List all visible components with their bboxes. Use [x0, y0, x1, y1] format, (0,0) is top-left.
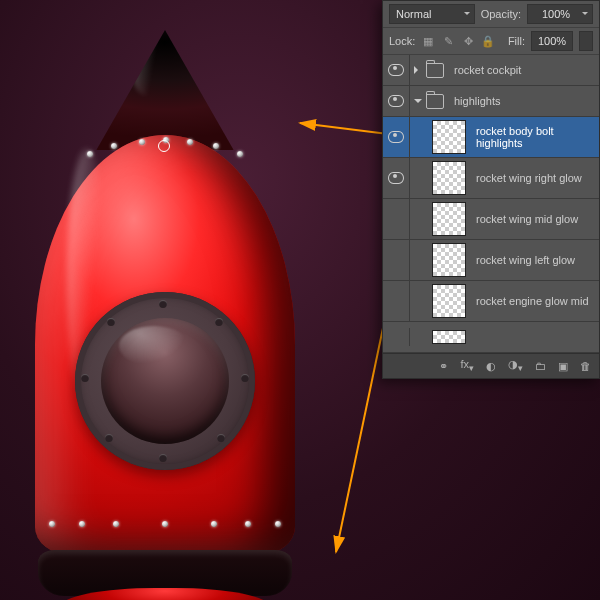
- folder-icon: [426, 94, 444, 109]
- layer-label: rocket body bolt highlights: [470, 125, 595, 149]
- rivet-row-bottom: [35, 521, 295, 545]
- fill-label: Fill:: [508, 35, 525, 47]
- layers-panel: Normal Opacity: 100% Lock: ▦ ✎ ✥ 🔒 Fill:…: [382, 0, 600, 379]
- delete-layer-icon[interactable]: 🗑: [580, 360, 591, 372]
- lock-all-icon[interactable]: 🔒: [481, 34, 495, 48]
- disclosure-down-icon[interactable]: [414, 99, 422, 107]
- visibility-toggle[interactable]: [383, 117, 410, 157]
- visibility-toggle[interactable]: [383, 328, 410, 346]
- layer-row[interactable]: rocket wing right glow: [383, 158, 599, 199]
- layer-row[interactable]: rocket wing mid glow: [383, 199, 599, 240]
- lock-transparency-icon[interactable]: ▦: [421, 34, 435, 48]
- rocket-nose: [87, 30, 243, 150]
- new-group-icon[interactable]: 🗀: [535, 360, 546, 372]
- rocket-porthole: [75, 292, 255, 470]
- visibility-toggle[interactable]: [383, 55, 410, 85]
- layer-label: rocket wing left glow: [470, 254, 595, 266]
- layers-panel-footer: ⚭ fx▾ ◐ ◑▾ 🗀 ▣ 🗑: [383, 353, 599, 378]
- brush-cursor: [158, 140, 170, 152]
- layer-label: rocket wing right glow: [470, 172, 595, 184]
- eye-icon: [388, 95, 404, 107]
- fill-value-input[interactable]: 100%: [531, 31, 573, 51]
- lock-pixels-icon[interactable]: ✎: [441, 34, 455, 48]
- group-label: rocket cockpit: [448, 64, 595, 76]
- layer-thumbnail[interactable]: [432, 243, 466, 277]
- layer-row-partial[interactable]: [383, 322, 599, 353]
- blend-opacity-row: Normal Opacity: 100%: [383, 1, 599, 28]
- lock-label: Lock:: [389, 35, 415, 47]
- layer-group-highlights[interactable]: highlights: [383, 86, 599, 117]
- new-layer-icon[interactable]: ▣: [558, 360, 568, 373]
- link-layers-icon[interactable]: ⚭: [439, 360, 448, 373]
- lock-position-icon[interactable]: ✥: [461, 34, 475, 48]
- visibility-toggle[interactable]: [383, 158, 410, 198]
- layer-group-cockpit[interactable]: rocket cockpit: [383, 55, 599, 86]
- layer-thumbnail[interactable]: [432, 284, 466, 318]
- group-label: highlights: [448, 95, 595, 107]
- eye-icon: [388, 131, 404, 143]
- opacity-value[interactable]: 100%: [527, 4, 593, 24]
- visibility-toggle[interactable]: [383, 86, 410, 116]
- layer-label: rocket engine glow mid: [470, 295, 595, 307]
- layer-row[interactable]: rocket wing left glow: [383, 240, 599, 281]
- lock-fill-row: Lock: ▦ ✎ ✥ 🔒 Fill: 100%: [383, 28, 599, 55]
- eye-icon: [388, 172, 404, 184]
- folder-icon: [426, 63, 444, 78]
- blend-mode-select[interactable]: Normal: [389, 4, 475, 24]
- layer-thumbnail[interactable]: [432, 330, 466, 344]
- opacity-label: Opacity:: [481, 8, 521, 20]
- fill-stepper[interactable]: [579, 31, 593, 51]
- layer-thumbnail[interactable]: [432, 161, 466, 195]
- canvas-rocket-illustration: [25, 30, 305, 600]
- disclosure-right-icon[interactable]: [414, 66, 422, 74]
- visibility-toggle[interactable]: [383, 199, 410, 239]
- visibility-toggle[interactable]: [383, 281, 410, 321]
- layer-label: rocket wing mid glow: [470, 213, 595, 225]
- eye-icon: [388, 64, 404, 76]
- layer-row[interactable]: rocket engine glow mid: [383, 281, 599, 322]
- layer-row-selected[interactable]: rocket body bolt highlights: [383, 117, 599, 158]
- adjustment-layer-icon[interactable]: ◑▾: [508, 358, 523, 373]
- visibility-toggle[interactable]: [383, 240, 410, 280]
- layer-thumbnail[interactable]: [432, 202, 466, 236]
- layer-fx-icon[interactable]: fx▾: [460, 358, 474, 373]
- layer-mask-icon[interactable]: ◐: [486, 360, 496, 373]
- layer-thumbnail[interactable]: [432, 120, 466, 154]
